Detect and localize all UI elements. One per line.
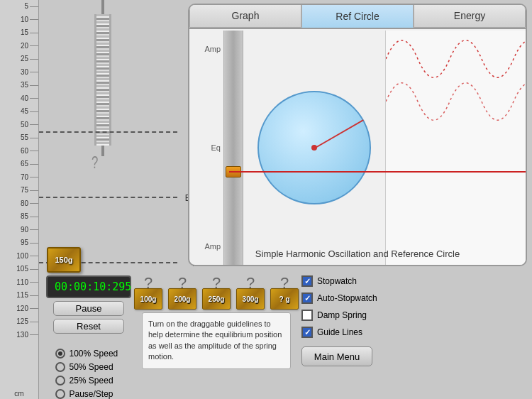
ruler-tick-125: 125: [0, 315, 38, 329]
pause-button[interactable]: Pause: [53, 301, 124, 316]
mass-block-0[interactable]: 100g: [134, 288, 162, 310]
ruler-tick-130: 130: [0, 329, 38, 342]
ruler-tick-105: 105: [0, 263, 38, 276]
wave-top-path: [386, 40, 526, 78]
ruler-marks: 5101520253035404550556065707580859095100…: [0, 0, 38, 341]
speed-section: 100% Speed 50% Speed 25% Speed Pause/Ste…: [52, 343, 126, 399]
speed-radio-3[interactable]: [55, 389, 65, 399]
checkbox-auto-stopwatch[interactable]: Auto-Stopwatch: [301, 293, 532, 304]
ruler-tick-50: 50: [0, 119, 38, 132]
ruler-tick-55: 55: [0, 131, 38, 145]
checkbox-auto-stopwatch-label: Auto-Stopwatch: [317, 293, 377, 303]
mass-block-label-main: 150g: [55, 256, 72, 264]
guideline-equilibrium[interactable]: Equilibrium: [39, 197, 177, 198]
spring-coil: [94, 14, 111, 146]
ruler-tick-75: 75: [0, 184, 38, 197]
masses-section: ? 100g ? 200g ? 250g ?: [138, 270, 294, 399]
speed-radio-1[interactable]: [55, 362, 65, 372]
checkbox-guide-lines-label: Guide Lines: [317, 327, 362, 337]
mass-block-label-0: 100g: [140, 295, 157, 303]
checkbox-stopwatch[interactable]: Stopwatch: [301, 275, 532, 287]
ruler-tick-5: 5: [0, 0, 38, 13]
ruler-tick-115: 115: [0, 289, 38, 302]
tab-graph[interactable]: Graph: [189, 4, 301, 28]
timer-section: 00:00:10:295 Pause Reset 100% Speed 50% …: [39, 270, 138, 399]
circle-area: [243, 31, 385, 265]
checkbox-guide-lines-box[interactable]: [301, 327, 313, 338]
info-text-box: Turn on the draggable guidelines to help…: [142, 312, 291, 369]
ruler-tick-10: 10: [0, 13, 38, 27]
speed-option-1[interactable]: 50% Speed: [55, 362, 126, 372]
ruler-tick-30: 30: [0, 66, 38, 80]
mass-block-3[interactable]: 300g: [236, 288, 265, 310]
display-caption: Simple Harmonic Oscillation and Referenc…: [189, 248, 526, 259]
ruler-tick-35: 35: [0, 79, 38, 92]
mass-on-spring[interactable]: 150g: [47, 247, 81, 273]
spring-hook-bottom: ?: [92, 153, 98, 173]
wave-graph-area: [385, 31, 526, 265]
checkbox-damp-spring-label: Damp Spring: [317, 310, 367, 320]
ruler-tick-100: 100: [0, 250, 38, 263]
guideline-maximum[interactable]: Maximum: [39, 131, 177, 133]
controls-area: 00:00:10:295 Pause Reset 100% Speed 50% …: [39, 270, 532, 399]
mass-item-0[interactable]: ? 100g: [134, 275, 162, 310]
speed-option-3[interactable]: Pause/Step: [55, 389, 126, 399]
wave-bottom-path: [386, 83, 526, 121]
ruler-tick-95: 95: [0, 236, 38, 250]
ruler-tick-110: 110: [0, 276, 38, 290]
mass-block-1[interactable]: 200g: [168, 288, 196, 310]
checkbox-stopwatch-box[interactable]: [301, 275, 313, 287]
ruler-unit: cm: [0, 390, 38, 398]
checkbox-stopwatch-label: Stopwatch: [317, 276, 357, 286]
speed-option-2[interactable]: 25% Speed: [55, 376, 126, 386]
spring-top-wire: [101, 0, 104, 14]
axis-eq: Eq: [211, 143, 221, 152]
wave-ref-line: [386, 171, 526, 173]
spring-bottom-wire: [101, 146, 104, 156]
ruler-tick-90: 90: [0, 224, 38, 237]
mass-block-label-1: 200g: [174, 295, 191, 303]
speed-label-0: 100% Speed: [70, 349, 118, 359]
ruler-tick-60: 60: [0, 145, 38, 158]
wave-svg: [386, 31, 526, 265]
reset-button[interactable]: Reset: [53, 319, 124, 334]
tab-refcircle[interactable]: Ref Circle: [301, 4, 414, 28]
speed-label-3: Pause/Step: [70, 389, 113, 399]
mass-block-label-2: 250g: [209, 295, 225, 303]
ruler-tick-120: 120: [0, 302, 38, 316]
speed-radio-2[interactable]: [55, 376, 65, 386]
speed-label-1: 50% Speed: [70, 362, 113, 372]
ruler-tick-15: 15: [0, 26, 38, 40]
ruler-tick-65: 65: [0, 158, 38, 171]
masses-row: ? 100g ? 200g ? 250g ?: [134, 275, 299, 310]
tab-bar: Graph Ref Circle Energy: [189, 4, 526, 29]
mass-block-label-4: ? g: [279, 295, 290, 303]
mass-item-2[interactable]: ? 250g: [202, 275, 231, 310]
speed-label-2: 25% Speed: [70, 376, 113, 386]
speed-option-0[interactable]: 100% Speed: [55, 349, 126, 359]
checkbox-auto-stopwatch-box[interactable]: [301, 293, 313, 304]
mass-block-label-3: 300g: [243, 295, 259, 303]
ref-circle: [257, 91, 371, 204]
tab-energy[interactable]: Energy: [414, 4, 526, 28]
display-content: Amp Eq Amp: [189, 31, 526, 265]
axis-panel: Amp Eq Amp: [189, 31, 223, 265]
checkbox-guide-lines[interactable]: Guide Lines: [301, 327, 532, 338]
axis-amp-top: Amp: [204, 45, 221, 53]
checkbox-damp-spring-box[interactable]: [301, 310, 313, 321]
mass-item-3[interactable]: ? 300g: [236, 275, 265, 310]
right-controls: Stopwatch Auto-Stopwatch Damp Spring Gui…: [294, 270, 532, 399]
checkbox-damp-spring[interactable]: Damp Spring: [301, 310, 532, 321]
ruler-tick-80: 80: [0, 197, 38, 211]
ruler: 5101520253035404550556065707580859095100…: [0, 0, 39, 399]
mass-block-main[interactable]: 150g: [47, 247, 81, 273]
ruler-tick-70: 70: [0, 171, 38, 185]
ruler-tick-25: 25: [0, 53, 38, 66]
ruler-tick-45: 45: [0, 105, 38, 119]
timer-display: 00:00:10:295: [46, 275, 131, 298]
speed-radio-0[interactable]: [55, 349, 65, 359]
mass-item-1[interactable]: ? 200g: [168, 275, 196, 310]
circle-center-dot: [311, 145, 317, 151]
mass-block-2[interactable]: 250g: [202, 288, 231, 310]
main-menu-button[interactable]: Main Menu: [301, 346, 372, 366]
